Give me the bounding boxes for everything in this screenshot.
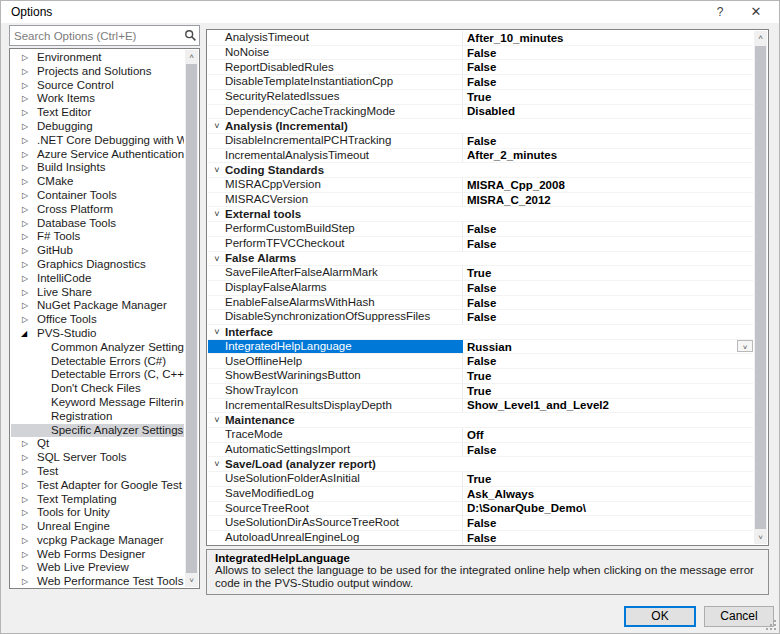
category-row[interactable]: ˅External tools: [208, 207, 753, 222]
property-row[interactable]: ReportDisabledRulesFalse: [208, 60, 753, 75]
property-name[interactable]: SourceTreeRoot: [208, 502, 463, 516]
property-row[interactable]: NoNoiseFalse: [208, 46, 753, 61]
property-value[interactable]: False: [463, 355, 753, 367]
search-input[interactable]: [10, 30, 181, 42]
tree-collapsed-icon[interactable]: ▷: [22, 120, 28, 134]
property-name[interactable]: DisableTemplateInstantiationCpp: [208, 75, 463, 89]
property-row[interactable]: UseOfflineHelpFalse: [208, 354, 753, 369]
tree-collapsed-icon[interactable]: ▷: [22, 175, 28, 189]
cancel-button[interactable]: Cancel: [704, 606, 774, 627]
tree-scrollbar[interactable]: ˄ ˅: [185, 50, 198, 587]
sidebar-item[interactable]: ▷Build Insights: [11, 161, 184, 175]
property-row[interactable]: DisableSynchronizationOfSuppressFilesFal…: [208, 310, 753, 325]
sidebar-item[interactable]: ▷IntelliCode: [11, 272, 184, 286]
sidebar-item[interactable]: ▷Database Tools: [11, 217, 184, 231]
sidebar-item[interactable]: ▷CMake: [11, 175, 184, 189]
tree-collapsed-icon[interactable]: ▷: [22, 230, 28, 244]
property-value[interactable]: True: [463, 473, 753, 485]
tree-collapsed-icon[interactable]: ▷: [22, 217, 28, 231]
help-icon[interactable]: ?: [707, 3, 733, 21]
sidebar-item[interactable]: ▷Office Tools: [11, 313, 184, 327]
property-value[interactable]: False: [463, 223, 753, 235]
tree-collapsed-icon[interactable]: ▷: [22, 203, 28, 217]
property-row[interactable]: DependencyCacheTrackingModeDisabled: [208, 105, 753, 120]
property-value[interactable]: Russian: [463, 341, 753, 353]
sidebar-item[interactable]: ▷Text Templating: [11, 493, 184, 507]
category-row[interactable]: ˅Save/Load (analyzer report): [208, 457, 753, 472]
property-name[interactable]: DependencyCacheTrackingMode: [208, 105, 463, 119]
tree-collapsed-icon[interactable]: ▷: [22, 79, 28, 93]
property-name[interactable]: AutoloadUnrealEngineLog: [208, 531, 463, 545]
tree-collapsed-icon[interactable]: ▷: [22, 65, 28, 79]
tree-collapsed-icon[interactable]: ▷: [22, 575, 28, 587]
sidebar-item[interactable]: ▷Qt: [11, 437, 184, 451]
tree-collapsed-icon[interactable]: ▷: [22, 548, 28, 562]
property-name[interactable]: UseSolutionFolderAsInitial: [208, 472, 463, 486]
category-row[interactable]: ˅False Alarms: [208, 252, 753, 267]
category-collapse-icon[interactable]: ˅: [211, 252, 223, 267]
category-collapse-icon[interactable]: ˅: [211, 163, 223, 178]
sidebar-item[interactable]: ▷F# Tools: [11, 230, 184, 244]
property-name[interactable]: ShowTrayIcon: [208, 384, 463, 398]
property-row[interactable]: EnableFalseAlarmsWithHashFalse: [208, 296, 753, 311]
property-value[interactable]: Ask_Always: [463, 488, 753, 500]
sidebar-item[interactable]: ▷Test Adapter for Google Test: [11, 479, 184, 493]
property-value[interactable]: False: [463, 76, 753, 88]
property-value[interactable]: False: [463, 61, 753, 73]
sidebar-item[interactable]: ▷Text Editor: [11, 106, 184, 120]
tree-collapsed-icon[interactable]: ▷: [22, 161, 28, 175]
property-name[interactable]: ShowBestWariningsButton: [208, 369, 463, 383]
sidebar-item[interactable]: ▷Cross Platform: [11, 203, 184, 217]
sidebar-item[interactable]: ▷Graphics Diagnostics: [11, 258, 184, 272]
property-value[interactable]: True: [463, 91, 753, 103]
tree-collapsed-icon[interactable]: ▷: [22, 272, 28, 286]
property-name[interactable]: AnalysisTimeout: [208, 31, 463, 45]
tree-collapsed-icon[interactable]: ▷: [22, 451, 28, 465]
sidebar-item[interactable]: ▷Live Share: [11, 286, 184, 300]
ok-button[interactable]: OK: [624, 606, 696, 627]
category-collapse-icon[interactable]: ˅: [211, 457, 223, 472]
grid-scrollbar[interactable]: ˄ ˅: [754, 31, 767, 544]
property-name[interactable]: UseSolutionDirAsSourceTreeRoot: [208, 516, 463, 530]
property-value[interactable]: MISRA_Cpp_2008: [463, 179, 753, 191]
category-collapse-icon[interactable]: ˅: [211, 325, 223, 340]
property-row[interactable]: AnalysisTimeoutAfter_10_minutes: [208, 31, 753, 46]
sidebar-item[interactable]: ▷Web Live Preview: [11, 561, 184, 575]
property-value[interactable]: True: [463, 385, 753, 397]
property-row[interactable]: SecurityRelatedIssuesTrue: [208, 90, 753, 105]
sidebar-item[interactable]: ▷.NET Core Debugging with WSL: [11, 134, 184, 148]
property-row[interactable]: SaveFileAfterFalseAlarmMarkTrue: [208, 266, 753, 281]
property-value[interactable]: After_10_minutes: [463, 32, 753, 44]
property-name[interactable]: IntegratedHelpLanguage: [208, 340, 463, 354]
sidebar-item[interactable]: Common Analyzer Settings: [11, 341, 184, 355]
sidebar-item[interactable]: ▷NuGet Package Manager: [11, 299, 184, 313]
property-value[interactable]: False: [463, 282, 753, 294]
property-name[interactable]: PerformCustomBuildStep: [208, 222, 463, 236]
search-icon[interactable]: [181, 28, 199, 44]
property-row[interactable]: IncrementalResultsDisplayDepthShow_Level…: [208, 399, 753, 414]
property-row[interactable]: UseSolutionFolderAsInitialTrue: [208, 472, 753, 487]
property-row[interactable]: SaveModifiedLogAsk_Always: [208, 487, 753, 502]
property-row[interactable]: PerformTFVCCheckoutFalse: [208, 237, 753, 252]
property-row[interactable]: AutoloadUnrealEngineLogFalse: [208, 531, 753, 546]
tree-collapsed-icon[interactable]: ▷: [22, 493, 28, 507]
property-row[interactable]: ShowTrayIconTrue: [208, 384, 753, 399]
close-icon[interactable]: ✕: [743, 3, 769, 21]
tree-collapsed-icon[interactable]: ▷: [22, 534, 28, 548]
property-row[interactable]: DisableIncrementalPCHTrackingFalse: [208, 134, 753, 149]
combo-dropdown-icon[interactable]: ˅: [737, 340, 753, 353]
property-value[interactable]: Show_Level1_and_Level2: [463, 399, 753, 411]
tree-collapsed-icon[interactable]: ▷: [22, 92, 28, 106]
property-name[interactable]: EnableFalseAlarmsWithHash: [208, 296, 463, 310]
property-value[interactable]: False: [463, 444, 753, 456]
tree-collapsed-icon[interactable]: ▷: [22, 134, 28, 148]
sidebar-item[interactable]: Specific Analyzer Settings: [11, 424, 184, 438]
property-value[interactable]: False: [463, 532, 753, 544]
tree-collapsed-icon[interactable]: ▷: [22, 465, 28, 479]
property-row[interactable]: TraceModeOff: [208, 428, 753, 443]
tree-collapsed-icon[interactable]: ▷: [22, 51, 28, 65]
tree-scrollbar-thumb[interactable]: [186, 64, 197, 573]
sidebar-item[interactable]: ▷Test: [11, 465, 184, 479]
property-name[interactable]: ReportDisabledRules: [208, 60, 463, 74]
property-value[interactable]: After_2_minutes: [463, 149, 753, 161]
